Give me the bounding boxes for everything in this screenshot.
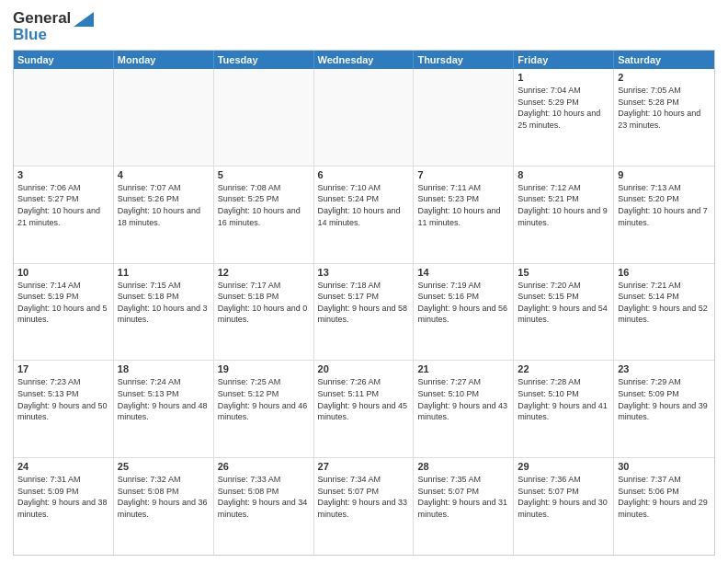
day-number: 21	[417, 363, 509, 374]
day-info: Sunrise: 7:04 AM Sunset: 5:29 PM Dayligh…	[518, 85, 609, 131]
day-number: 17	[17, 363, 109, 374]
calendar-cell	[114, 69, 214, 166]
day-info: Sunrise: 7:05 AM Sunset: 5:28 PM Dayligh…	[618, 85, 711, 131]
day-number: 4	[118, 169, 210, 180]
day-info: Sunrise: 7:33 AM Sunset: 5:08 PM Dayligh…	[218, 474, 310, 520]
svg-marker-0	[74, 12, 94, 27]
logo-general-text: General	[13, 9, 71, 28]
calendar-cell: 23Sunrise: 7:29 AM Sunset: 5:09 PM Dayli…	[614, 361, 714, 457]
day-info: Sunrise: 7:32 AM Sunset: 5:08 PM Dayligh…	[118, 474, 210, 520]
day-number: 2	[618, 72, 711, 83]
day-number: 13	[318, 267, 410, 278]
day-info: Sunrise: 7:31 AM Sunset: 5:09 PM Dayligh…	[17, 474, 109, 520]
day-info: Sunrise: 7:21 AM Sunset: 5:14 PM Dayligh…	[618, 280, 711, 326]
day-number: 16	[618, 267, 711, 278]
calendar-cell: 22Sunrise: 7:28 AM Sunset: 5:10 PM Dayli…	[514, 361, 614, 457]
day-number: 30	[618, 461, 711, 472]
day-number: 7	[417, 169, 509, 180]
calendar-cell: 10Sunrise: 7:14 AM Sunset: 5:19 PM Dayli…	[14, 264, 114, 361]
day-number: 9	[618, 169, 711, 180]
day-info: Sunrise: 7:06 AM Sunset: 5:27 PM Dayligh…	[17, 182, 109, 228]
calendar-cell: 19Sunrise: 7:25 AM Sunset: 5:12 PM Dayli…	[214, 361, 314, 457]
header-cell-friday: Friday	[514, 51, 614, 69]
calendar-cell: 20Sunrise: 7:26 AM Sunset: 5:11 PM Dayli…	[314, 361, 415, 457]
day-info: Sunrise: 7:17 AM Sunset: 5:18 PM Dayligh…	[218, 280, 310, 326]
day-number: 3	[17, 169, 109, 180]
day-info: Sunrise: 7:14 AM Sunset: 5:19 PM Dayligh…	[17, 280, 109, 326]
calendar-cell: 28Sunrise: 7:35 AM Sunset: 5:07 PM Dayli…	[414, 458, 514, 555]
logo: General Blue	[13, 9, 94, 44]
calendar-header: SundayMondayTuesdayWednesdayThursdayFrid…	[14, 51, 714, 69]
calendar-cell: 4Sunrise: 7:07 AM Sunset: 5:26 PM Daylig…	[114, 167, 214, 263]
day-number: 22	[518, 363, 609, 374]
day-number: 12	[218, 267, 310, 278]
header-cell-monday: Monday	[114, 51, 214, 69]
logo-blue-text: Blue	[13, 26, 47, 44]
day-number: 10	[17, 267, 109, 278]
calendar-cell: 8Sunrise: 7:12 AM Sunset: 5:21 PM Daylig…	[514, 167, 614, 263]
header-cell-sunday: Sunday	[14, 51, 114, 69]
day-info: Sunrise: 7:18 AM Sunset: 5:17 PM Dayligh…	[318, 280, 410, 326]
calendar-cell: 12Sunrise: 7:17 AM Sunset: 5:18 PM Dayli…	[214, 264, 314, 361]
day-number: 19	[218, 363, 310, 374]
day-info: Sunrise: 7:27 AM Sunset: 5:10 PM Dayligh…	[417, 376, 509, 422]
day-info: Sunrise: 7:12 AM Sunset: 5:21 PM Dayligh…	[518, 182, 609, 228]
calendar-cell: 5Sunrise: 7:08 AM Sunset: 5:25 PM Daylig…	[214, 167, 314, 263]
calendar-cell: 29Sunrise: 7:36 AM Sunset: 5:07 PM Dayli…	[514, 458, 614, 555]
calendar-cell: 25Sunrise: 7:32 AM Sunset: 5:08 PM Dayli…	[114, 458, 214, 555]
calendar-cell: 24Sunrise: 7:31 AM Sunset: 5:09 PM Dayli…	[14, 458, 114, 555]
day-info: Sunrise: 7:26 AM Sunset: 5:11 PM Dayligh…	[318, 376, 410, 422]
day-info: Sunrise: 7:37 AM Sunset: 5:06 PM Dayligh…	[618, 474, 711, 520]
calendar-cell: 30Sunrise: 7:37 AM Sunset: 5:06 PM Dayli…	[614, 458, 714, 555]
day-number: 6	[318, 169, 410, 180]
day-info: Sunrise: 7:13 AM Sunset: 5:20 PM Dayligh…	[618, 182, 711, 228]
calendar-cell	[14, 69, 114, 166]
calendar-cell: 2Sunrise: 7:05 AM Sunset: 5:28 PM Daylig…	[614, 69, 714, 166]
day-info: Sunrise: 7:36 AM Sunset: 5:07 PM Dayligh…	[518, 474, 609, 520]
calendar-row: 10Sunrise: 7:14 AM Sunset: 5:19 PM Dayli…	[14, 263, 714, 361]
calendar-cell: 1Sunrise: 7:04 AM Sunset: 5:29 PM Daylig…	[514, 69, 614, 166]
day-info: Sunrise: 7:15 AM Sunset: 5:18 PM Dayligh…	[118, 280, 210, 326]
calendar-cell: 27Sunrise: 7:34 AM Sunset: 5:07 PM Dayli…	[314, 458, 415, 555]
day-number: 5	[218, 169, 310, 180]
calendar-cell: 17Sunrise: 7:23 AM Sunset: 5:13 PM Dayli…	[14, 361, 114, 457]
day-number: 11	[118, 267, 210, 278]
day-info: Sunrise: 7:07 AM Sunset: 5:26 PM Dayligh…	[118, 182, 210, 228]
calendar-cell: 3Sunrise: 7:06 AM Sunset: 5:27 PM Daylig…	[14, 167, 114, 263]
day-info: Sunrise: 7:28 AM Sunset: 5:10 PM Dayligh…	[518, 376, 609, 422]
header: General Blue	[13, 9, 715, 44]
calendar-cell	[314, 69, 415, 166]
calendar-row: 17Sunrise: 7:23 AM Sunset: 5:13 PM Dayli…	[14, 360, 714, 457]
calendar: SundayMondayTuesdayWednesdayThursdayFrid…	[13, 50, 715, 556]
calendar-cell: 9Sunrise: 7:13 AM Sunset: 5:20 PM Daylig…	[614, 167, 714, 263]
day-number: 8	[518, 169, 609, 180]
calendar-cell: 18Sunrise: 7:24 AM Sunset: 5:13 PM Dayli…	[114, 361, 214, 457]
day-info: Sunrise: 7:34 AM Sunset: 5:07 PM Dayligh…	[318, 474, 410, 520]
day-number: 23	[618, 363, 711, 374]
calendar-row: 24Sunrise: 7:31 AM Sunset: 5:09 PM Dayli…	[14, 457, 714, 555]
day-info: Sunrise: 7:10 AM Sunset: 5:24 PM Dayligh…	[318, 182, 410, 228]
day-info: Sunrise: 7:29 AM Sunset: 5:09 PM Dayligh…	[618, 376, 711, 422]
day-number: 14	[417, 267, 509, 278]
header-cell-wednesday: Wednesday	[314, 51, 415, 69]
day-number: 28	[417, 461, 509, 472]
calendar-cell: 16Sunrise: 7:21 AM Sunset: 5:14 PM Dayli…	[614, 264, 714, 361]
calendar-body: 1Sunrise: 7:04 AM Sunset: 5:29 PM Daylig…	[14, 69, 714, 555]
day-number: 29	[518, 461, 609, 472]
calendar-row: 3Sunrise: 7:06 AM Sunset: 5:27 PM Daylig…	[14, 166, 714, 263]
day-number: 26	[218, 461, 310, 472]
day-info: Sunrise: 7:11 AM Sunset: 5:23 PM Dayligh…	[417, 182, 509, 228]
day-number: 24	[17, 461, 109, 472]
calendar-cell: 15Sunrise: 7:20 AM Sunset: 5:15 PM Dayli…	[514, 264, 614, 361]
logo-icon	[74, 12, 94, 27]
day-info: Sunrise: 7:24 AM Sunset: 5:13 PM Dayligh…	[118, 376, 210, 422]
day-info: Sunrise: 7:08 AM Sunset: 5:25 PM Dayligh…	[218, 182, 310, 228]
calendar-cell: 21Sunrise: 7:27 AM Sunset: 5:10 PM Dayli…	[414, 361, 514, 457]
day-info: Sunrise: 7:35 AM Sunset: 5:07 PM Dayligh…	[417, 474, 509, 520]
day-number: 15	[518, 267, 609, 278]
calendar-cell: 13Sunrise: 7:18 AM Sunset: 5:17 PM Dayli…	[314, 264, 415, 361]
header-cell-saturday: Saturday	[614, 51, 714, 69]
calendar-cell	[414, 69, 514, 166]
calendar-cell: 26Sunrise: 7:33 AM Sunset: 5:08 PM Dayli…	[214, 458, 314, 555]
day-number: 18	[118, 363, 210, 374]
